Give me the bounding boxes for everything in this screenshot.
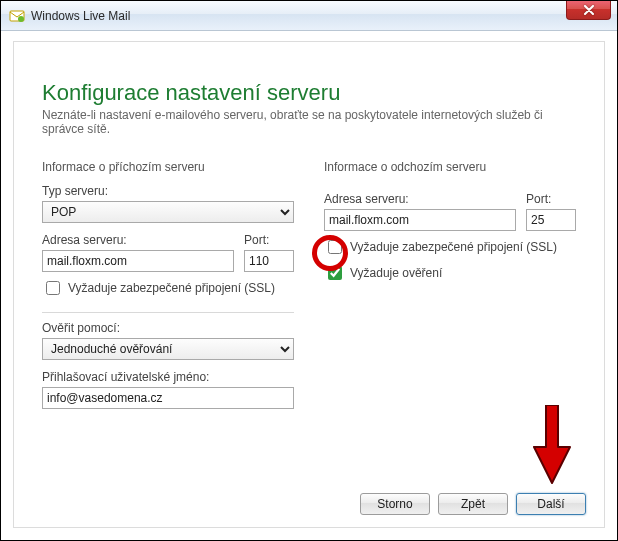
incoming-port-label: Port: (244, 233, 294, 247)
divider (42, 312, 294, 313)
outgoing-ssl-label: Vyžaduje zabezpečené připojení (SSL) (350, 240, 557, 254)
button-bar: Storno Zpět Další (360, 493, 586, 515)
outgoing-port-input[interactable] (526, 209, 576, 231)
server-type-select[interactable]: POP (42, 201, 294, 223)
window-title: Windows Live Mail (31, 9, 130, 23)
outgoing-section-title: Informace o odchozím serveru (324, 160, 576, 174)
auth-method-select[interactable]: Jednoduché ověřování (42, 338, 294, 360)
incoming-address-label: Adresa serveru: (42, 233, 234, 247)
incoming-ssl-checkbox[interactable] (46, 281, 60, 295)
outgoing-section: Informace o odchozím serveru Adresa serv… (324, 160, 576, 409)
outgoing-address-input[interactable] (324, 209, 516, 231)
incoming-section-title: Informace o příchozím serveru (42, 160, 294, 174)
page-title: Konfigurace nastavení serveru (42, 80, 576, 106)
cancel-button[interactable]: Storno (360, 493, 430, 515)
login-username-label: Přihlašovací uživatelské jméno: (42, 370, 294, 384)
login-username-input[interactable] (42, 387, 294, 409)
auth-method-label: Ověřit pomocí: (42, 321, 294, 335)
window-titlebar: Windows Live Mail (1, 1, 617, 31)
next-button[interactable]: Další (516, 493, 586, 515)
back-button[interactable]: Zpět (438, 493, 508, 515)
incoming-address-input[interactable] (42, 250, 234, 272)
svg-point-1 (18, 16, 24, 22)
outgoing-address-label: Adresa serveru: (324, 192, 516, 206)
incoming-port-input[interactable] (244, 250, 294, 272)
incoming-ssl-label: Vyžaduje zabezpečené připojení (SSL) (68, 281, 275, 295)
page-subtitle: Neznáte-li nastavení e-mailového serveru… (42, 108, 576, 136)
outgoing-auth-label: Vyžaduje ověření (350, 266, 442, 280)
outgoing-auth-checkbox[interactable] (328, 266, 342, 280)
dialog-panel: Konfigurace nastavení serveru Neznáte-li… (13, 41, 605, 528)
outgoing-port-label: Port: (526, 192, 576, 206)
server-type-label: Typ serveru: (42, 184, 294, 198)
incoming-section: Informace o příchozím serveru Typ server… (42, 160, 294, 409)
window-close-button[interactable] (566, 0, 611, 20)
app-icon (9, 8, 25, 24)
outgoing-ssl-checkbox[interactable] (328, 240, 342, 254)
